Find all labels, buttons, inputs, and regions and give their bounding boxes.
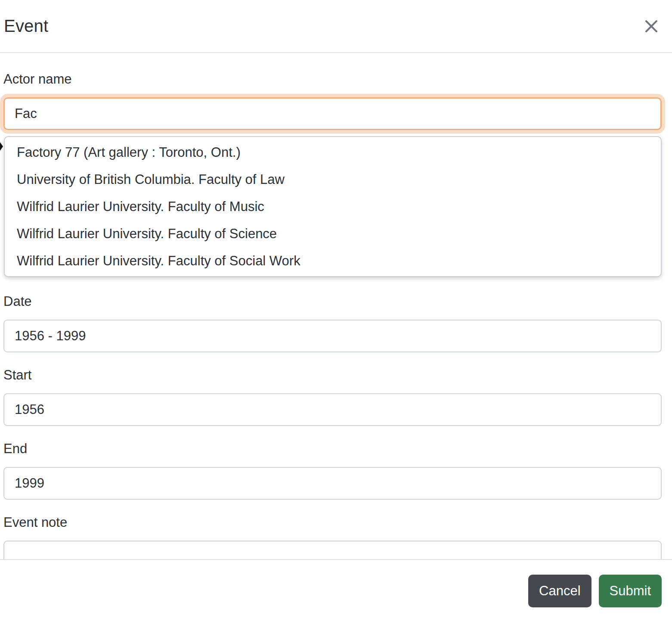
date-field-group: Date (3, 293, 662, 352)
date-input[interactable] (3, 320, 662, 352)
end-input[interactable] (3, 467, 662, 500)
modal-body: Actor name Factory 77 (Art gallery : Tor… (0, 53, 672, 559)
modal-title: Event (4, 16, 48, 36)
autocomplete-option-ubc-law[interactable]: University of British Columbia. Faculty … (5, 166, 661, 193)
actor-name-input[interactable] (3, 97, 662, 130)
start-label: Start (3, 367, 662, 383)
cancel-button[interactable]: Cancel (528, 575, 591, 607)
actor-name-label: Actor name (3, 71, 662, 87)
event-modal: Event Actor name Factory 77 (Art gallery… (0, 0, 672, 619)
event-note-label: Event note (3, 514, 662, 530)
close-icon (643, 18, 660, 35)
end-label: End (3, 441, 662, 457)
autocomplete-option-wlu-music[interactable]: Wilfrid Laurier University. Faculty of M… (5, 193, 661, 220)
autocomplete-dropdown: Factory 77 (Art gallery : Toronto, Ont.)… (4, 136, 662, 277)
autocomplete-option-factory-77[interactable]: Factory 77 (Art gallery : Toronto, Ont.) (5, 139, 661, 166)
autocomplete-option-wlu-social-work[interactable]: Wilfrid Laurier University. Faculty of S… (5, 247, 661, 274)
close-button[interactable] (639, 14, 663, 38)
autocomplete-option-wlu-science[interactable]: Wilfrid Laurier University. Faculty of S… (5, 220, 661, 247)
date-label: Date (3, 293, 662, 309)
event-note-field-group: Event note (3, 514, 662, 559)
event-note-input[interactable] (3, 541, 662, 559)
start-field-group: Start (3, 367, 662, 426)
mouse-cursor-icon (0, 142, 3, 151)
modal-footer: Cancel Submit (0, 559, 672, 619)
start-input[interactable] (3, 393, 662, 426)
modal-header: Event (0, 0, 672, 53)
end-field-group: End (3, 441, 662, 500)
submit-button[interactable]: Submit (599, 575, 662, 607)
